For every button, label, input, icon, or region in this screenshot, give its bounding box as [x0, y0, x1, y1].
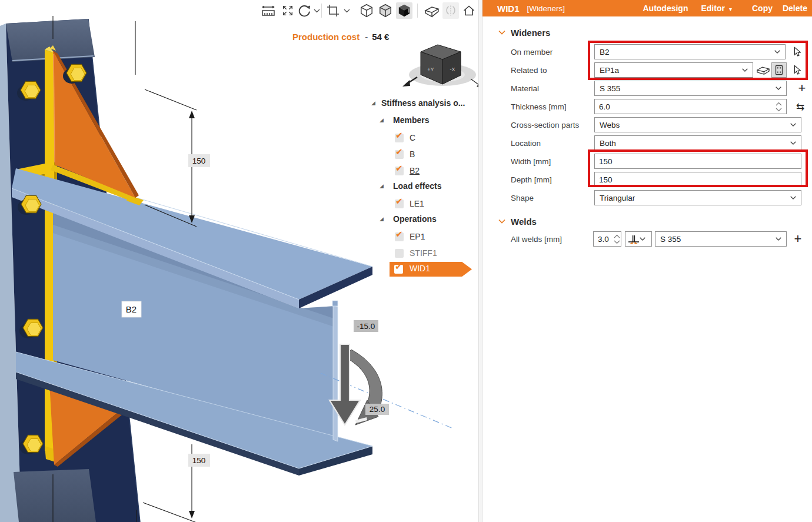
related-plate-3d-button[interactable] [756, 63, 770, 77]
select-value: S 355 [660, 235, 776, 244]
tree-item-label[interactable]: EP1 [410, 232, 425, 241]
tree-item-label[interactable]: STIFF1 [410, 248, 437, 258]
property-row-material: Material S 355 + [482, 81, 812, 97]
beam-member-b2[interactable] [12, 45, 372, 476]
autodesign-button[interactable]: Autodesign [643, 4, 688, 13]
tree-root-label[interactable]: Stiffness analysis o... [381, 98, 465, 108]
project-tree: ◢ Stiffness analysis o... ◢ Members ✔ C … [364, 97, 479, 291]
row-label: Material [511, 84, 539, 93]
material-select[interactable]: S 355 [594, 81, 787, 96]
checkbox-checked[interactable]: ✔ [395, 167, 404, 175]
svg-text:150: 150 [192, 456, 206, 465]
select-value: Triangular [600, 194, 790, 202]
checkbox-checked[interactable]: ✔ [395, 134, 404, 142]
tree-item-label[interactable]: B2 [410, 166, 420, 175]
tree-item-wid1-selected[interactable]: ✔ WID1 [390, 262, 472, 277]
svg-text:+Y: +Y [427, 67, 434, 72]
operation-title: WID1 [497, 4, 520, 14]
section-title-wideners[interactable]: Wideners [511, 28, 550, 38]
spinner-up-down-icon[interactable] [614, 234, 620, 244]
svg-text:B2: B2 [126, 304, 137, 314]
solid-view-icon[interactable] [396, 2, 412, 19]
tree-group-label[interactable]: Members [393, 115, 429, 125]
operation-property-panel: WID1 [Wideners] Autodesign Editor ▾ Copy… [482, 0, 812, 522]
spinner-up-down-icon[interactable] [776, 102, 782, 112]
section-crop-icon[interactable] [325, 2, 341, 19]
rotate-view-icon[interactable] [296, 2, 312, 19]
tree-item-label[interactable]: B [410, 149, 415, 159]
on-member-select[interactable]: B2 [594, 44, 786, 59]
cross-section-parts-select[interactable]: Webs [594, 117, 801, 132]
check-icon: ✔ [395, 147, 403, 157]
check-icon: ✔ [395, 261, 402, 272]
width-input[interactable] [594, 154, 801, 169]
property-row-all-welds: All welds [mm] S 355 + [482, 231, 812, 247]
weld-type-select[interactable] [625, 231, 652, 247]
add-material-button[interactable]: + [795, 81, 809, 95]
checkbox-unchecked[interactable] [395, 249, 404, 258]
select-value: Both [600, 139, 790, 148]
wireframe-view-icon[interactable] [358, 2, 375, 19]
tree-item-label[interactable]: C [410, 133, 415, 142]
expander-icon[interactable]: ◢ [380, 183, 384, 189]
copy-button[interactable]: Copy [752, 4, 773, 13]
panel-splitter[interactable] [478, 0, 482, 522]
property-row-location: Location Both [482, 135, 812, 151]
svg-text:150: 150 [192, 157, 206, 165]
select-value: S 355 [600, 84, 776, 93]
load-moment-label: 25.0 [365, 404, 389, 415]
tree-item-label[interactable]: LE1 [410, 199, 424, 208]
editor-button[interactable]: Editor [701, 4, 724, 13]
3d-viewport[interactable]: 150 150 -15.0 25.0 B2 [0, 0, 478, 522]
crop-options-chevron-icon[interactable] [344, 9, 351, 14]
related-to-select[interactable]: EP1a [594, 62, 753, 78]
delete-button[interactable]: Delete [783, 4, 807, 13]
row-label: Width [mm] [511, 157, 551, 166]
shape-select[interactable]: Triangular [594, 190, 801, 205]
hidden-line-view-icon[interactable] [377, 2, 394, 19]
checkbox-checked[interactable]: ✔ [394, 265, 403, 274]
rotate-options-chevron-icon[interactable] [314, 9, 321, 14]
section-collapse-chevron-icon[interactable] [498, 219, 505, 224]
production-cost-separator: - [365, 32, 368, 42]
weld-material-select[interactable]: S 355 [655, 231, 787, 247]
pick-member-cursor-button[interactable] [789, 45, 803, 59]
depth-input[interactable] [594, 172, 801, 187]
tree-group-label[interactable]: Load effects [393, 181, 441, 191]
home-view-icon[interactable] [461, 2, 477, 19]
member-tag-b2[interactable]: B2 [122, 301, 141, 317]
checkbox-checked[interactable]: ✔ [395, 232, 404, 241]
measure-icon[interactable] [260, 2, 277, 19]
pick-related-cursor-button[interactable] [789, 63, 803, 77]
expander-icon[interactable]: ◢ [380, 117, 384, 123]
row-label: Related to [511, 66, 547, 75]
section-title-welds[interactable]: Welds [511, 217, 537, 227]
section-collapse-chevron-icon[interactable] [498, 30, 505, 35]
tree-item-label[interactable]: WID1 [410, 264, 430, 273]
svg-text:-15.0: -15.0 [357, 322, 375, 331]
add-weld-button[interactable]: + [791, 232, 805, 246]
expander-icon[interactable]: ◢ [371, 100, 375, 106]
editor-caret-icon[interactable]: ▾ [729, 6, 732, 12]
check-icon: ✔ [395, 229, 403, 240]
related-bolted-plate-button[interactable] [772, 63, 786, 77]
tree-group-label[interactable]: Operations [393, 214, 437, 224]
expander-icon[interactable]: ◢ [380, 216, 384, 222]
select-value: B2 [600, 48, 774, 56]
row-label: All welds [mm] [511, 235, 562, 244]
production-cost-label: Production cost [292, 32, 360, 42]
view-toolbar [253, 0, 478, 21]
mirror-view-icon [442, 2, 459, 19]
checkbox-checked[interactable]: ✔ [395, 150, 404, 159]
property-row-width: Width [mm] [482, 154, 812, 169]
navigation-cube[interactable]: +Y -X [402, 45, 478, 88]
check-icon: ✔ [395, 163, 403, 174]
property-row-shape: Shape Triangular [482, 190, 812, 206]
swap-direction-button[interactable]: ⇆ [793, 99, 807, 114]
thickness-input[interactable] [594, 99, 787, 114]
location-select[interactable]: Both [594, 135, 801, 151]
clip-view-icon[interactable] [424, 2, 440, 19]
checkbox-checked[interactable]: ✔ [395, 200, 404, 208]
zoom-fit-icon[interactable] [279, 2, 296, 19]
svg-text:-X: -X [450, 67, 455, 72]
